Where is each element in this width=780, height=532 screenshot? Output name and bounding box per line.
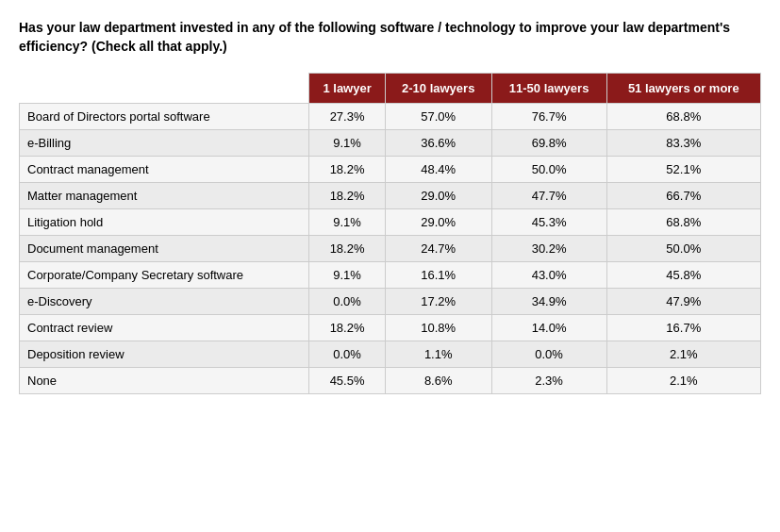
data-cell: 1.1% bbox=[385, 341, 491, 368]
col-header-1: 1 lawyer bbox=[309, 74, 385, 104]
data-cell: 18.2% bbox=[309, 236, 385, 262]
data-cell: 10.8% bbox=[385, 315, 491, 341]
col-header-3: 11-50 lawyers bbox=[491, 74, 606, 104]
data-cell: 50.0% bbox=[606, 236, 760, 262]
row-label: Contract management bbox=[20, 157, 309, 183]
col-header-4: 51 lawyers or more bbox=[606, 74, 760, 104]
data-cell: 66.7% bbox=[606, 183, 760, 209]
row-label: Litigation hold bbox=[20, 209, 309, 236]
table-row: None45.5%8.6%2.3%2.1% bbox=[20, 368, 761, 394]
data-cell: 36.6% bbox=[385, 130, 491, 157]
table-row: Deposition review0.0%1.1%0.0%2.1% bbox=[20, 341, 761, 368]
data-cell: 2.3% bbox=[491, 368, 606, 394]
data-cell: 24.7% bbox=[385, 236, 491, 262]
table-row: Document management18.2%24.7%30.2%50.0% bbox=[20, 236, 761, 262]
data-cell: 48.4% bbox=[385, 157, 491, 183]
question-text: Has your law department invested in any … bbox=[19, 19, 761, 56]
data-cell: 34.9% bbox=[491, 289, 606, 315]
data-cell: 69.8% bbox=[491, 130, 606, 157]
row-label: Contract review bbox=[20, 315, 309, 341]
data-cell: 47.9% bbox=[606, 289, 760, 315]
table-row: Litigation hold9.1%29.0%45.3%68.8% bbox=[20, 209, 761, 236]
data-cell: 9.1% bbox=[309, 130, 385, 157]
data-cell: 68.8% bbox=[606, 104, 760, 130]
row-label: Document management bbox=[20, 236, 309, 262]
table-row: Matter management18.2%29.0%47.7%66.7% bbox=[20, 183, 761, 209]
data-cell: 76.7% bbox=[491, 104, 606, 130]
data-cell: 29.0% bbox=[385, 209, 491, 236]
data-cell: 9.1% bbox=[309, 262, 385, 289]
data-cell: 2.1% bbox=[606, 368, 760, 394]
data-cell: 45.8% bbox=[606, 262, 760, 289]
data-cell: 0.0% bbox=[309, 341, 385, 368]
row-label: e-Billing bbox=[20, 130, 309, 157]
row-label: e-Discovery bbox=[20, 289, 309, 315]
data-cell: 0.0% bbox=[491, 341, 606, 368]
data-cell: 30.2% bbox=[491, 236, 606, 262]
data-cell: 43.0% bbox=[491, 262, 606, 289]
data-cell: 16.1% bbox=[385, 262, 491, 289]
table-row: Board of Directors portal software27.3%5… bbox=[20, 104, 761, 130]
row-label: Matter management bbox=[20, 183, 309, 209]
data-cell: 9.1% bbox=[309, 209, 385, 236]
data-cell: 17.2% bbox=[385, 289, 491, 315]
row-label: Board of Directors portal software bbox=[20, 104, 309, 130]
row-label: Deposition review bbox=[20, 341, 309, 368]
col-header-2: 2-10 lawyers bbox=[385, 74, 491, 104]
data-cell: 52.1% bbox=[606, 157, 760, 183]
data-cell: 16.7% bbox=[606, 315, 760, 341]
data-table: 1 lawyer 2-10 lawyers 11-50 lawyers 51 l… bbox=[19, 73, 761, 394]
data-cell: 18.2% bbox=[309, 157, 385, 183]
data-cell: 18.2% bbox=[309, 183, 385, 209]
row-label: Corporate/Company Secretary software bbox=[20, 262, 309, 289]
data-cell: 18.2% bbox=[309, 315, 385, 341]
table-row: Contract review18.2%10.8%14.0%16.7% bbox=[20, 315, 761, 341]
data-cell: 68.8% bbox=[606, 209, 760, 236]
data-cell: 45.3% bbox=[491, 209, 606, 236]
table-row: Contract management18.2%48.4%50.0%52.1% bbox=[20, 157, 761, 183]
empty-header bbox=[20, 74, 309, 104]
data-cell: 47.7% bbox=[491, 183, 606, 209]
data-cell: 14.0% bbox=[491, 315, 606, 341]
table-row: e-Billing9.1%36.6%69.8%83.3% bbox=[20, 130, 761, 157]
data-cell: 83.3% bbox=[606, 130, 760, 157]
data-cell: 57.0% bbox=[385, 104, 491, 130]
data-cell: 8.6% bbox=[385, 368, 491, 394]
data-cell: 27.3% bbox=[309, 104, 385, 130]
data-cell: 0.0% bbox=[309, 289, 385, 315]
table-row: Corporate/Company Secretary software9.1%… bbox=[20, 262, 761, 289]
table-row: e-Discovery0.0%17.2%34.9%47.9% bbox=[20, 289, 761, 315]
data-cell: 50.0% bbox=[491, 157, 606, 183]
data-cell: 45.5% bbox=[309, 368, 385, 394]
data-cell: 2.1% bbox=[606, 341, 760, 368]
row-label: None bbox=[20, 368, 309, 394]
data-cell: 29.0% bbox=[385, 183, 491, 209]
